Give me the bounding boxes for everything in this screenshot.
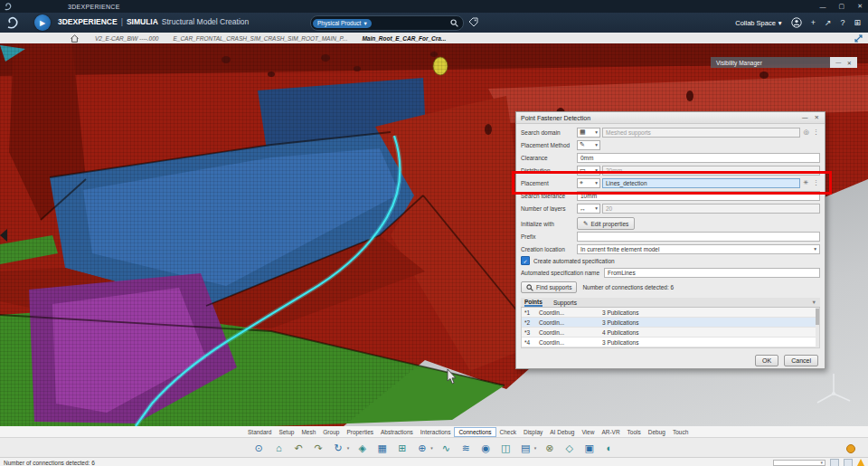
- global-search[interactable]: Physical Product ▾: [310, 15, 464, 31]
- dialog-titlebar[interactable]: Point Fastener Detection — ✕: [516, 112, 825, 124]
- point-fastener-icon[interactable]: ⊕: [415, 442, 429, 455]
- dialog-close-icon[interactable]: ✕: [815, 114, 819, 121]
- connection-pair-icon[interactable]: ◫: [499, 442, 513, 455]
- table-row[interactable]: *4 Coordin... 3 Publications: [522, 338, 819, 347]
- kebab-menu-icon[interactable]: ⋮: [812, 128, 820, 136]
- search-input[interactable]: [372, 16, 450, 30]
- grid-icon[interactable]: ⊞: [395, 442, 409, 455]
- expand-tabs-icon[interactable]: [854, 34, 863, 43]
- close-button[interactable]: ✕: [857, 3, 863, 10]
- point-fastener-detection-dialog[interactable]: Point Fastener Detection — ✕ Search doma…: [515, 111, 826, 369]
- placement-field[interactable]: Lines_detection: [602, 178, 800, 188]
- tab-points[interactable]: Points: [524, 299, 542, 307]
- scrollbar-thumb[interactable]: [816, 309, 819, 325]
- table-row[interactable]: *3 Coordin... 4 Publications: [522, 328, 819, 338]
- table-row[interactable]: *1 Coordin... 3 Publications: [522, 308, 819, 318]
- placement-method-dropdown[interactable]: ✎ ▾: [577, 140, 600, 150]
- diamond-icon[interactable]: ◇: [562, 442, 576, 455]
- placement-dropdown[interactable]: ⌖ ▾: [577, 178, 600, 188]
- share-icon[interactable]: ↗: [825, 18, 832, 27]
- ribbon-tab-interactions[interactable]: Interactions: [417, 428, 455, 436]
- panel-icon[interactable]: ▣: [582, 442, 596, 455]
- automated-spec-name-field[interactable]: FromLines: [604, 268, 820, 278]
- selection-scope-icon[interactable]: ◎: [802, 128, 810, 136]
- document-tab[interactable]: V2_E-CAR_BiW ----.000: [88, 35, 165, 42]
- gear-icon[interactable]: ✳: [802, 179, 810, 186]
- ribbon-tab-standard[interactable]: Standard: [244, 428, 275, 436]
- layers-mode-dropdown[interactable]: ↔ ▾: [577, 204, 600, 214]
- creation-location-select[interactable]: In current finite element model ▾: [577, 244, 820, 254]
- results-table[interactable]: *1 Coordin... 3 Publications *2 Coordin.…: [521, 308, 820, 348]
- distribution-field[interactable]: 20mm: [602, 166, 820, 176]
- notification-dot-icon[interactable]: [846, 444, 855, 453]
- search-tolerance-field[interactable]: 10mm: [577, 191, 820, 201]
- section-icon[interactable]: ▤: [519, 442, 533, 455]
- search-domain-type-dropdown[interactable]: ▦ ▾: [577, 128, 600, 138]
- redo-icon[interactable]: ↷: [312, 442, 326, 455]
- number-of-layers-field[interactable]: 20: [602, 204, 820, 214]
- tree-expander-arrow[interactable]: [0, 229, 7, 242]
- tab-supports[interactable]: Supports: [553, 300, 577, 306]
- chevron-down-icon[interactable]: ▾: [534, 445, 537, 451]
- distribution-dropdown[interactable]: ▭ ▾: [577, 166, 600, 176]
- visibility-manager-panel[interactable]: Visibility Manager — ✕: [711, 57, 857, 68]
- ribbon-tab-mesh[interactable]: Mesh: [297, 428, 319, 436]
- status-tool-icon[interactable]: [844, 459, 853, 466]
- table-row[interactable]: *2 Coordin... 3 Publications: [522, 318, 819, 328]
- ribbon-tab-debug[interactable]: Debug: [645, 428, 669, 436]
- ribbon-tab-abstractions[interactable]: Abstractions: [377, 428, 417, 436]
- table-scrollbar[interactable]: [816, 308, 819, 347]
- chevron-down-icon[interactable]: ▾: [347, 445, 350, 451]
- add-icon[interactable]: +: [811, 18, 816, 27]
- warning-icon[interactable]: [857, 459, 864, 466]
- clearance-field[interactable]: 0mm: [577, 153, 820, 163]
- status-dropdown[interactable]: ▾: [773, 460, 826, 466]
- create-automated-specification-checkbox[interactable]: ✓: [521, 256, 530, 265]
- user-avatar-icon[interactable]: [791, 17, 802, 28]
- filter-icon[interactable]: ▼: [812, 300, 816, 305]
- ribbon-tab-tools[interactable]: Tools: [624, 428, 645, 436]
- close-icon[interactable]: ✕: [847, 60, 852, 66]
- edit-properties-button[interactable]: ✎ Edit properties: [577, 217, 635, 230]
- chevron-down-icon[interactable]: ▾: [430, 445, 433, 451]
- maximize-button[interactable]: ▢: [839, 3, 845, 10]
- minimize-button[interactable]: —: [820, 4, 826, 10]
- dialog-minimize-icon[interactable]: —: [802, 114, 808, 121]
- ribbon-tab-display[interactable]: Display: [520, 428, 546, 436]
- ok-button[interactable]: OK: [755, 355, 778, 366]
- tag-icon[interactable]: [468, 17, 478, 27]
- collab-space-selector[interactable]: Collab Space ▾: [735, 19, 781, 27]
- document-tab[interactable]: E_CAR_FRONTAL_CRASH_SIM_CRASH_SIM_ROOT_M…: [165, 35, 354, 42]
- find-supports-button[interactable]: Find supports: [521, 281, 577, 293]
- prefix-field[interactable]: [577, 232, 820, 242]
- apps-grid-icon[interactable]: ⊞: [854, 18, 861, 27]
- update-icon[interactable]: ↻: [332, 442, 345, 455]
- seam-weld-icon[interactable]: ≋: [459, 442, 473, 455]
- status-tool-icon[interactable]: [830, 459, 839, 466]
- ribbon-tab-ai-debug[interactable]: AI Debug: [546, 428, 578, 436]
- help-icon[interactable]: ?: [840, 18, 844, 27]
- ribbon-tab-connections[interactable]: Connections: [454, 427, 495, 437]
- curve-fastener-icon[interactable]: ∿: [439, 442, 453, 455]
- minimize-icon[interactable]: —: [835, 60, 841, 65]
- ribbon-tab-check[interactable]: Check: [496, 428, 520, 436]
- ribbon-tab-view[interactable]: View: [578, 428, 598, 436]
- 3dexperience-compass-icon[interactable]: ▶: [34, 14, 51, 31]
- kebab-menu-icon[interactable]: ⋮: [812, 179, 820, 186]
- spot-weld-icon[interactable]: ◉: [479, 442, 493, 455]
- ribbon-tab-touch[interactable]: Touch: [669, 428, 692, 436]
- search-icon[interactable]: [450, 19, 458, 27]
- ribbon-tab-ar-vr[interactable]: AR-VR: [598, 428, 623, 436]
- measure-icon[interactable]: ◈: [355, 442, 369, 455]
- exclude-icon[interactable]: ⊗: [542, 442, 556, 455]
- zoom-icon[interactable]: ⊙: [252, 442, 266, 455]
- home-icon[interactable]: [71, 34, 79, 43]
- ribbon-tab-properties[interactable]: Properties: [343, 428, 377, 436]
- sphere-icon[interactable]: ◐: [602, 442, 616, 455]
- document-tab-active[interactable]: Main_Root_E_CAR_For_Cra...: [354, 35, 453, 42]
- undo-icon[interactable]: ↶: [292, 442, 306, 455]
- ribbon-tab-group[interactable]: Group: [319, 428, 343, 436]
- search-scope-selector[interactable]: Physical Product ▾: [313, 19, 372, 28]
- ribbon-tab-setup[interactable]: Setup: [275, 428, 297, 436]
- search-domain-field[interactable]: Meshed supports: [602, 128, 800, 138]
